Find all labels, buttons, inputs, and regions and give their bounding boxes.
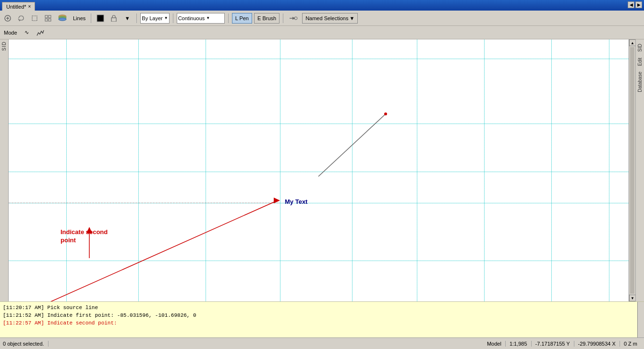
toolbar1: Lines ▼ By Layer ▼ Continuous ▼ L Pen E … — [0, 11, 644, 26]
svg-marker-15 — [274, 198, 280, 203]
scroll-up-btn[interactable]: ▲ — [629, 39, 636, 46]
transfer-icon-btn[interactable] — [287, 12, 300, 24]
sep3 — [173, 13, 173, 23]
title-bar-tabs: Untitled* × — [2, 0, 35, 11]
z-coord: 0 Z m — [624, 341, 637, 347]
left-sidebar: SID — [0, 39, 9, 301]
bylayer-arrow: ▼ — [164, 16, 168, 20]
y-coord-section: -7.17187155 Y — [532, 341, 574, 347]
sep4 — [228, 13, 229, 23]
toolbar2: Mode ∿ — [0, 26, 644, 39]
model-section: Model — [483, 341, 506, 347]
lasso-tool-btn[interactable] — [15, 12, 27, 24]
svg-line-12 — [318, 114, 386, 176]
scale-section: 1:1,985 — [506, 341, 532, 347]
scroll-down-btn[interactable]: ▼ — [629, 295, 636, 301]
sidebar-database-btn[interactable]: Database — [636, 69, 644, 95]
color-dropdown-btn[interactable]: ▼ — [122, 12, 133, 24]
brush-label: E Brush — [257, 15, 276, 21]
svg-text:My Text: My Text — [285, 198, 308, 205]
layer-label: Lines — [71, 15, 87, 21]
canvas-vscroll: ▲ ▼ — [629, 39, 635, 301]
svg-rect-3 — [49, 15, 51, 18]
pen-btn[interactable]: L Pen — [232, 13, 252, 24]
wave-icon-btn[interactable]: ∿ — [21, 27, 33, 38]
sidebar-edit-btn[interactable]: Edit — [636, 55, 644, 68]
x-coord: -29.79908534 X — [578, 341, 616, 347]
svg-rect-9 — [97, 15, 104, 22]
console-line-2: [11:21:52 AM] Indicate first point: -85.… — [3, 312, 641, 319]
tab-untitled[interactable]: Untitled* × — [2, 2, 35, 11]
wave-icon: ∿ — [24, 29, 29, 36]
polygon-tool-btn[interactable] — [29, 12, 40, 24]
status-bar: 0 object selected. Model 1:1,985 -7.1718… — [0, 337, 644, 349]
svg-rect-10 — [111, 18, 116, 22]
scale-text: 1:1,985 — [510, 341, 527, 347]
svg-point-13 — [384, 112, 387, 115]
title-bar-controls: ◀ ▶ — [628, 1, 642, 8]
main-area: SID My Text — [0, 39, 644, 301]
console-line-1: [11:20:17 AM] Pick source line — [3, 304, 641, 312]
scroll-thumb[interactable] — [630, 47, 634, 294]
svg-rect-1 — [32, 16, 37, 21]
console-line-3: [11:22:57 AM] Indicate second point: — [3, 319, 641, 327]
pen-label: L Pen — [235, 15, 249, 21]
y-coord: -7.17187155 Y — [535, 341, 570, 347]
svg-point-8 — [59, 18, 66, 21]
svg-rect-4 — [45, 19, 48, 21]
console-scrollbar[interactable] — [637, 302, 644, 337]
model-label: Model — [487, 341, 501, 347]
svg-text:point: point — [61, 237, 76, 244]
selection-status: 0 object selected. — [3, 341, 49, 347]
brush-btn[interactable]: E Brush — [254, 13, 279, 24]
named-sel-label: Named Selections — [305, 15, 348, 21]
z-coord-section: 0 Z m — [620, 341, 641, 347]
sep5 — [283, 13, 283, 23]
bylayer-dropdown[interactable]: By Layer ▼ — [140, 13, 169, 24]
canvas-svg: My Text Indicate second point — [9, 39, 629, 301]
sid-label: SID — [1, 41, 7, 51]
named-selections-btn[interactable]: Named Selections ▼ — [302, 13, 358, 24]
mode-label: Mode — [4, 30, 17, 36]
tab-label: Untitled* — [6, 4, 26, 10]
title-bar: Untitled* × ◀ ▶ — [0, 0, 644, 11]
canvas-area[interactable]: My Text Indicate second point — [9, 39, 629, 301]
sep1 — [91, 13, 91, 23]
selection-text: 0 object selected. — [3, 341, 44, 347]
console-area: [11:20:17 AM] Pick source line [11:21:52… — [0, 301, 644, 337]
mode-label-btn[interactable]: Mode — [2, 27, 19, 38]
continuous-dropdown[interactable]: Continuous ▼ — [177, 13, 225, 24]
right-sidebar: SID Edit Database — [635, 39, 644, 301]
continuous-arrow: ▼ — [206, 16, 210, 20]
x-coord-section: -29.79908534 X — [574, 341, 620, 347]
chart-icon-btn[interactable] — [35, 27, 46, 38]
lock-btn[interactable] — [108, 12, 120, 24]
named-sel-arrow: ▼ — [349, 15, 354, 21]
title-next-btn[interactable]: ▶ — [635, 1, 642, 8]
svg-rect-2 — [45, 15, 48, 18]
continuous-label: Continuous — [178, 15, 205, 21]
svg-rect-5 — [49, 19, 51, 21]
tab-close[interactable]: × — [28, 4, 31, 9]
bylayer-label: By Layer — [142, 15, 162, 21]
select-tool-btn[interactable] — [2, 12, 13, 24]
layer-icon-btn[interactable] — [56, 12, 69, 24]
color-btn[interactable] — [95, 12, 106, 24]
svg-text:Indicate second: Indicate second — [61, 228, 108, 236]
title-prev-btn[interactable]: ◀ — [628, 1, 634, 8]
svg-line-14 — [35, 200, 278, 301]
sidebar-sid-btn[interactable]: SID — [636, 41, 644, 54]
grid-tool-btn[interactable] — [42, 12, 54, 24]
sep2 — [136, 13, 137, 23]
